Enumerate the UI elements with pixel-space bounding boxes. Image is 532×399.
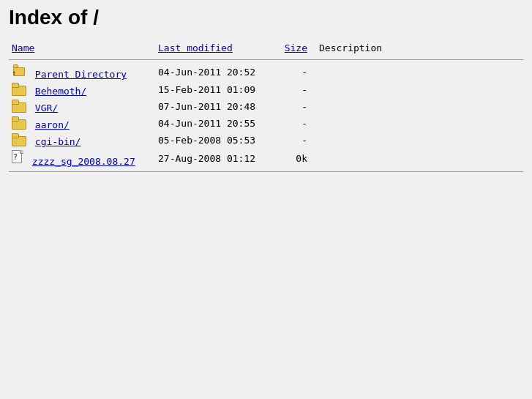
file-link[interactable]: aaron/	[35, 119, 70, 130]
folder-icon	[12, 116, 26, 128]
cell-size: -	[272, 115, 316, 132]
col-header-modified: Last modified	[155, 41, 272, 56]
table-row: ↑ Parent Directory 04-Jun-2011 20:52 -	[9, 63, 523, 81]
cell-description	[316, 81, 523, 98]
file-link[interactable]: cgi-bin/	[35, 136, 81, 147]
folder-icon	[12, 133, 26, 145]
table-header-row: Name Last modified Size Description	[9, 41, 523, 56]
table-row: ? zzzz_sg_2008.08.27 27-Aug-2008 01:12 0…	[9, 149, 523, 168]
file-link[interactable]: zzzz_sg_2008.08.27	[32, 156, 135, 167]
parent-icon: ↑	[12, 64, 26, 78]
file-link[interactable]: Behemoth/	[35, 86, 86, 97]
file-link[interactable]: Parent Directory	[35, 69, 127, 80]
table-row: VGR/ 07-Jun-2011 20:48 -	[9, 98, 523, 115]
cell-description	[316, 63, 523, 81]
col-header-name-link[interactable]: Name	[12, 42, 34, 53]
cell-description	[316, 132, 523, 149]
cell-name: ↑ Parent Directory	[9, 63, 155, 81]
folder-icon	[12, 83, 26, 94]
cell-modified: 04-Jun-2011 20:55	[155, 115, 272, 132]
cell-modified: 04-Jun-2011 20:52	[155, 63, 272, 81]
divider-row	[9, 56, 523, 63]
cell-name: aaron/	[9, 115, 155, 132]
col-header-size-link[interactable]: Size	[285, 42, 307, 53]
cell-name: cgi-bin/	[9, 132, 155, 149]
file-link[interactable]: VGR/	[35, 102, 58, 113]
cell-modified: 07-Jun-2011 20:48	[155, 98, 272, 115]
cell-description	[316, 115, 523, 132]
table-row: cgi-bin/ 05-Feb-2008 05:53 -	[9, 132, 523, 149]
folder-icon	[12, 100, 26, 111]
cell-name: VGR/	[9, 98, 155, 115]
col-header-modified-link[interactable]: Last modified	[158, 42, 233, 53]
file-icon: ?	[12, 150, 23, 165]
cell-size: -	[272, 132, 316, 149]
cell-size: 0k	[272, 149, 316, 168]
cell-size: -	[272, 98, 316, 115]
cell-modified: 15-Feb-2011 01:09	[155, 81, 272, 98]
cell-name: Behemoth/	[9, 81, 155, 98]
cell-modified: 05-Feb-2008 05:53	[155, 132, 272, 149]
cell-description	[316, 149, 523, 168]
col-header-description: Description	[316, 41, 523, 56]
directory-listing: Name Last modified Size Description ↑ Pa…	[9, 41, 523, 175]
page-title: Index of /	[9, 6, 523, 29]
col-header-size: Size	[272, 41, 316, 56]
divider-row-bottom	[9, 168, 523, 175]
cell-name: ? zzzz_sg_2008.08.27	[9, 149, 155, 168]
cell-modified: 27-Aug-2008 01:12	[155, 149, 272, 168]
cell-size: -	[272, 63, 316, 81]
table-row: aaron/ 04-Jun-2011 20:55 -	[9, 115, 523, 132]
table-row: Behemoth/ 15-Feb-2011 01:09 -	[9, 81, 523, 98]
cell-description	[316, 98, 523, 115]
col-header-name: Name	[9, 41, 155, 56]
cell-size: -	[272, 81, 316, 98]
